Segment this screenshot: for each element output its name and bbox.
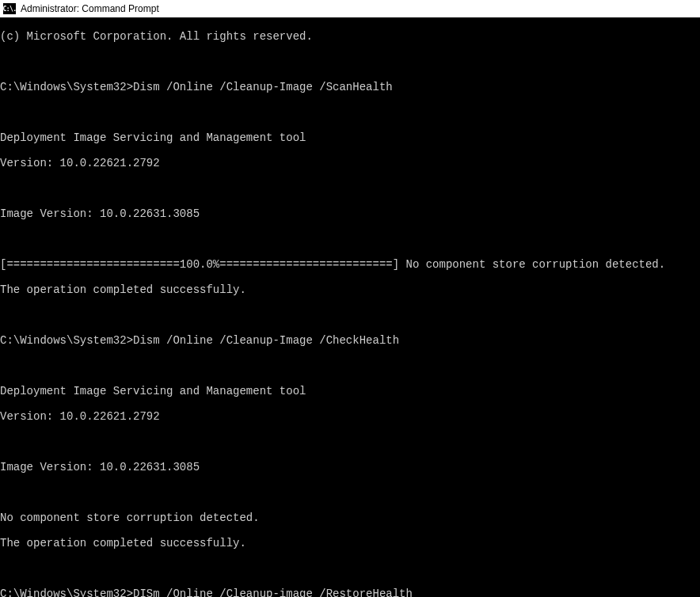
output-line	[0, 182, 700, 195]
cmd-icon: C:\.	[3, 3, 16, 14]
output-line	[0, 359, 700, 372]
output-line	[0, 309, 700, 321]
output-line: Version: 10.0.22621.2792	[0, 157, 700, 169]
output-line	[0, 435, 700, 448]
output-line	[0, 486, 700, 499]
prompt-line: C:\Windows\System32>Dism /Online /Cleanu…	[0, 81, 700, 93]
output-line: Deployment Image Servicing and Managemen…	[0, 131, 700, 144]
terminal-output[interactable]: (c) Microsoft Corporation. All rights re…	[0, 17, 700, 597]
output-line: [==========================100.0%=======…	[0, 258, 700, 271]
output-line: Image Version: 10.0.22631.3085	[0, 461, 700, 473]
output-line: The operation completed successfully.	[0, 283, 700, 296]
output-line: Deployment Image Servicing and Managemen…	[0, 385, 700, 397]
output-line: No component store corruption detected.	[0, 511, 700, 524]
output-line: Version: 10.0.22621.2792	[0, 410, 700, 423]
window-title: Administrator: Command Prompt	[21, 3, 159, 14]
output-line	[0, 233, 700, 245]
prompt-line: C:\Windows\System32>Dism /Online /Cleanu…	[0, 334, 700, 347]
prompt-line: C:\Windows\System32>DISm /Online /Cleanu…	[0, 587, 700, 597]
output-line: (c) Microsoft Corporation. All rights re…	[0, 30, 700, 43]
output-line: The operation completed successfully.	[0, 537, 700, 549]
output-line	[0, 106, 700, 119]
window-titlebar[interactable]: C:\. Administrator: Command Prompt	[0, 0, 700, 17]
output-line	[0, 562, 700, 575]
output-line	[0, 55, 700, 68]
output-line: Image Version: 10.0.22631.3085	[0, 207, 700, 220]
